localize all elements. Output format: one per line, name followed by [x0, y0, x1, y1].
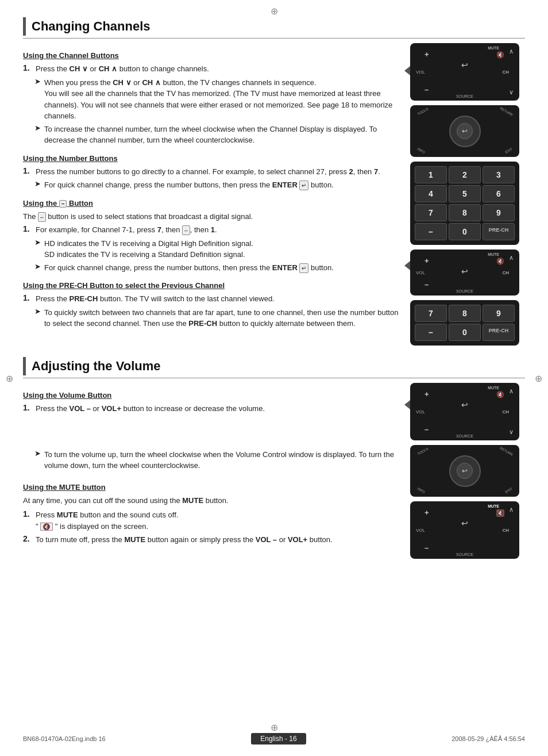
step-number: 1.: [23, 403, 32, 412]
channel-bullet-1: ➤ When you press the CH ∨ or CH ∧ button…: [34, 77, 401, 122]
adjusting-volume-section: Adjusting the Volume Using the Volume Bu…: [23, 357, 525, 559]
vol-plus: +: [424, 256, 429, 265]
numpad-9: 9: [483, 305, 515, 322]
volume-remote-mute: MUTE 🔇 ∧ CH + – VOL ↩ SOURCE: [410, 501, 525, 559]
step-text: Press MUTE button and the sound cuts off…: [36, 509, 178, 532]
numpad-0: 0: [449, 324, 481, 341]
bullet-text: For quick channel change, press the numb…: [44, 179, 334, 191]
numpad-dash: –: [415, 324, 447, 341]
ch-up-icon: ∧: [509, 48, 514, 55]
return-label: RETURN: [499, 446, 514, 456]
source-icon: ↩: [461, 267, 468, 276]
left-arrow-indicator-2: [404, 261, 410, 270]
vol-label: VOL: [416, 70, 425, 75]
changing-channels-section: Changing Channels Using the Channel Butt…: [23, 17, 525, 346]
source-icon: ↩: [461, 60, 468, 70]
bullet-text: To turn the volume up, turn the wheel cl…: [44, 449, 401, 471]
numpad-prech: PRE-CH: [483, 324, 515, 341]
dash-icon: –: [59, 200, 67, 208]
info-label: INFO: [416, 487, 425, 494]
step-text: For example, for Channel 7-1, press 7, t…: [36, 224, 217, 236]
mute-label: MUTE: [488, 386, 499, 390]
top-compass: ⊕: [271, 6, 278, 17]
prech-step-1: 1. Press the PRE-CH button. The TV will …: [23, 293, 401, 305]
tools-label: TOOLS: [417, 107, 429, 116]
numpad-8: 8: [449, 204, 481, 221]
section-bar: [23, 357, 26, 375]
adjusting-volume-content: Using the Volume Button 1. Press the VOL…: [23, 383, 525, 559]
bullet-arrow: ➤: [34, 179, 41, 188]
numpad-dash: –: [415, 223, 447, 240]
footer-page: English - 16: [260, 735, 296, 743]
channel-bullet-2: ➤ To increase the channel number, turn t…: [34, 124, 401, 146]
step-number: 1.: [23, 293, 32, 302]
wheel-circle: ↩: [449, 455, 481, 487]
vol-plus: +: [424, 390, 429, 398]
remote-wheel-panel: TOOLS RETURN INFO EXIT ↩: [410, 105, 519, 157]
numpad-7: 7: [415, 204, 447, 221]
vol-label: VOL: [416, 528, 425, 533]
vol-plus: +: [424, 50, 429, 59]
bullet-text: HD indicates the TV is receiving a Digit…: [44, 238, 253, 260]
vol-label: VOL: [416, 409, 425, 415]
numpad-panel: 1 2 3 4 5 6 7 8 9 – 0 PRE-CH: [410, 162, 519, 245]
dash-step-1: 1. For example, for Channel 7-1, press 7…: [23, 224, 401, 236]
volume-step-1: 1. Press the VOL – or VOL+ button to inc…: [23, 403, 401, 415]
remote-image-4: MUTE 🔇 ∧ CH + – VOL ↩ SOURCE: [410, 250, 525, 296]
ch-label: CH: [502, 528, 509, 533]
page: Changing Channels Using the Channel Butt…: [0, 0, 548, 756]
section-bar: [23, 17, 26, 36]
step-number: 1.: [23, 63, 32, 72]
ch-down-icon: ∨: [509, 89, 514, 96]
left-arrow-indicator-3: [404, 400, 410, 409]
step-text: Press the PRE-CH button. The TV will swi…: [36, 293, 275, 305]
vol-label: VOL: [416, 270, 425, 275]
bullet-arrow: ➤: [34, 77, 41, 86]
step-number: 1.: [23, 224, 32, 233]
remote-image-1: MUTE 🔇 ∧ ∨ CH + – VOL ↩ SOURCE: [410, 43, 525, 101]
dash-intro: The – button is used to select stations …: [23, 211, 401, 222]
enter-wheel-icon: ↩: [462, 127, 468, 135]
dash-icon-2: –: [38, 212, 46, 222]
left-arrow-indicator: [404, 66, 410, 75]
info-label: INFO: [416, 147, 425, 154]
numpad-3: 3: [483, 166, 515, 183]
bullet-text: For quick channel change, press the numb…: [44, 262, 334, 274]
mute-step-1: 1. Press MUTE button and the sound cuts …: [23, 509, 401, 532]
step-number: 1.: [23, 166, 32, 175]
mute-icon-active: 🔇: [496, 509, 504, 517]
bullet-arrow: ➤: [34, 124, 41, 132]
vol-plus: +: [424, 508, 429, 517]
adjusting-volume-title: Adjusting the Volume: [32, 359, 160, 374]
step-text: Press the number buttons to go directly …: [36, 166, 380, 178]
footer-left: BN68-01470A-02Eng.indb 16: [23, 735, 106, 742]
channel-buttons-title: Using the Channel Buttons: [23, 51, 401, 60]
vol-minus: –: [424, 280, 429, 289]
prech-button-subsection: Using the PRE-CH Button to select the Pr…: [23, 281, 401, 329]
bullet-arrow: ➤: [34, 449, 41, 458]
vol-minus: –: [424, 85, 429, 94]
volume-bullet-1: ➤ To turn the volume up, turn the wheel …: [34, 449, 401, 471]
bullet-arrow: ➤: [34, 307, 41, 316]
step-number: 2.: [23, 534, 32, 543]
number-bullet-1: ➤ For quick channel change, press the nu…: [34, 179, 401, 191]
changing-channels-content: Using the Channel Buttons 1. Press the C…: [23, 43, 525, 346]
ch-up-icon: ∧: [509, 254, 514, 262]
channel-step-1: 1. Press the CH ∨ or CH ∧ button to chan…: [23, 63, 401, 75]
mute-icon: 🔇: [496, 51, 504, 59]
mute-icon: 🔇: [496, 258, 504, 265]
mute-button-subsection: Using the MUTE button At any time, you c…: [23, 483, 401, 546]
mute-label: MUTE: [488, 46, 499, 50]
mute-symbol: 🔇: [40, 523, 53, 531]
adjusting-volume-left: Using the Volume Button 1. Press the VOL…: [23, 383, 401, 559]
mute-label: MUTE: [488, 504, 499, 508]
numpad-2: 2: [449, 166, 481, 183]
numpad-6: 6: [483, 185, 515, 202]
exit-label: EXIT: [504, 147, 513, 154]
mute-button-title: Using the MUTE button: [23, 483, 401, 492]
bottom-compass: ⊕: [271, 722, 278, 733]
channel-buttons-subsection: Using the Channel Buttons 1. Press the C…: [23, 51, 401, 146]
number-buttons-title: Using the Number Buttons: [23, 154, 401, 163]
page-footer: BN68-01470A-02Eng.indb 16 English - 16 2…: [0, 733, 548, 745]
changing-channels-right: MUTE 🔇 ∧ ∨ CH + – VOL ↩ SOURCE TOOLS: [410, 43, 525, 346]
